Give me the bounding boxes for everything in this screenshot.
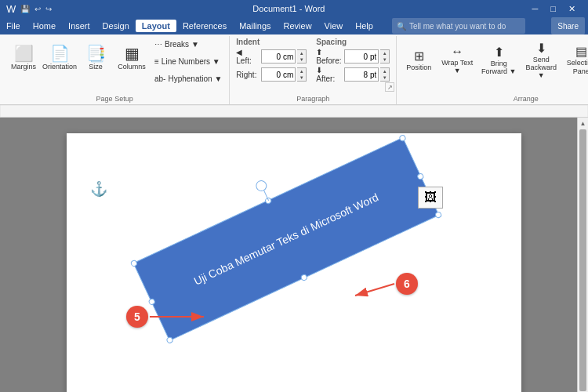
spacing-after-up[interactable]: ▲ xyxy=(380,68,389,74)
menu-insert[interactable]: Insert xyxy=(62,20,96,32)
handle-bottom-center[interactable] xyxy=(300,274,309,282)
rotate-handle[interactable] xyxy=(254,179,269,194)
hyphenation-icon: ab- xyxy=(154,74,165,83)
ribbon-group-paragraph: Indent ◀ Left: ▲ ▼ Right: ▲ ▼ xyxy=(230,36,397,104)
menu-layout[interactable]: Layout xyxy=(136,20,176,32)
scroll-thumb[interactable] xyxy=(579,129,586,391)
spacing-after-spin[interactable]: ▲ ▼ xyxy=(380,67,390,82)
size-icon: 📑 xyxy=(86,45,106,61)
title-bar-left: W 💾 ↩ ↪ xyxy=(6,3,52,15)
handle-top-left[interactable] xyxy=(130,260,139,268)
position-button[interactable]: ⊞ Position xyxy=(401,38,436,82)
indent-right-row: Right: ▲ ▼ xyxy=(236,67,307,82)
menu-references[interactable]: References xyxy=(176,20,233,32)
menu-design[interactable]: Design xyxy=(96,20,136,32)
menu-review[interactable]: Review xyxy=(278,20,318,32)
spacing-before-input[interactable] xyxy=(344,49,379,64)
orientation-button[interactable]: 📄 Orientation xyxy=(42,36,77,80)
indent-left-up[interactable]: ▲ xyxy=(297,50,306,56)
spacing-before-up[interactable]: ▲ xyxy=(380,50,389,56)
paragraph-expand-button[interactable]: ↗ xyxy=(385,82,394,92)
word-icon: W xyxy=(6,3,16,15)
textbox-container[interactable]: Uji Coba Memutar Teks di Microsoft Word xyxy=(133,137,440,341)
handle-bottom-right[interactable] xyxy=(434,211,443,220)
maximize-button[interactable]: □ xyxy=(544,4,562,14)
ruler-horizontal xyxy=(0,105,588,118)
quick-access-undo[interactable]: ↩ xyxy=(34,5,41,13)
textbox-text: Uji Coba Memutar Teks di Microsoft Word xyxy=(192,191,380,287)
svg-line-4 xyxy=(355,284,394,296)
menu-file[interactable]: File xyxy=(0,20,27,32)
breaks-icon: ⋯ xyxy=(154,40,162,49)
menu-mailings[interactable]: Mailings xyxy=(233,20,277,32)
margins-icon: ⬜ xyxy=(14,45,34,61)
orientation-icon: 📄 xyxy=(50,45,70,61)
size-button[interactable]: 📑 Size xyxy=(78,36,113,80)
spacing-label: Spacing xyxy=(316,38,390,46)
position-icon: ⊞ xyxy=(414,49,424,64)
columns-button[interactable]: ▦ Columns xyxy=(114,36,149,80)
quick-access-redo[interactable]: ↪ xyxy=(45,5,52,13)
margins-button[interactable]: ⬜ Margins xyxy=(6,36,41,80)
send-backward-button[interactable]: ⬇ Send Backward ▼ xyxy=(521,38,561,82)
indent-right-input[interactable] xyxy=(261,67,296,82)
document-area: ⚓ 🖼 Uji Coba Memutar Teks di Microsoft W… xyxy=(0,118,588,392)
menu-bar: File Home Insert Design Layout Reference… xyxy=(0,17,588,34)
handle-middle-left[interactable] xyxy=(147,298,156,307)
handle-bottom-left[interactable] xyxy=(165,336,174,344)
search-icon: 🔍 xyxy=(397,22,406,31)
handle-middle-right[interactable] xyxy=(416,172,425,181)
line-numbers-icon: ≡ xyxy=(154,57,159,66)
scroll-up-button[interactable]: ▲ xyxy=(578,118,588,129)
indent-left-spin[interactable]: ▲ ▼ xyxy=(297,49,307,64)
spacing-before-label: ⬆ Before: xyxy=(316,48,343,65)
spacing-before-row: ⬆ Before: ▲ ▼ xyxy=(316,49,390,64)
wrap-text-button[interactable]: ↔ Wrap Text ▼ xyxy=(437,38,477,82)
arrange-label: Arrange xyxy=(397,95,588,103)
indent-left-down[interactable]: ▼ xyxy=(297,56,306,63)
spacing-before-down[interactable]: ▼ xyxy=(380,56,389,63)
bring-forward-icon: ⬆ xyxy=(494,45,504,60)
spacing-after-down[interactable]: ▼ xyxy=(380,74,389,81)
image-placeholder-icon: 🖼 xyxy=(418,187,443,209)
indent-right-down[interactable]: ▼ xyxy=(297,74,306,81)
ribbon: ⬜ Margins 📄 Orientation 📑 Size ▦ Columns… xyxy=(0,34,588,105)
close-button[interactable]: ✕ xyxy=(562,4,582,14)
menu-view[interactable]: View xyxy=(318,20,350,32)
indent-right-up[interactable]: ▲ xyxy=(297,68,306,74)
send-backward-icon: ⬇ xyxy=(536,41,546,56)
badge-6: 6 xyxy=(396,273,418,295)
document-page: ⚓ 🖼 Uji Coba Memutar Teks di Microsoft W… xyxy=(67,133,521,392)
selection-pane-icon: ▤ xyxy=(575,44,587,59)
svg-rect-0 xyxy=(0,105,588,118)
window-controls: ─ □ ✕ xyxy=(526,4,582,14)
tell-me-text: Tell me what you want to do xyxy=(409,22,506,31)
tell-me-box[interactable]: 🔍 Tell me what you want to do xyxy=(392,18,525,34)
title-text: Document1 - Word xyxy=(252,4,325,13)
columns-icon: ▦ xyxy=(125,45,140,61)
page-setup-label: Page Setup xyxy=(0,95,229,103)
anchor-icon: ⚓ xyxy=(90,180,107,198)
minimize-button[interactable]: ─ xyxy=(526,4,545,14)
hyphenation-button[interactable]: ab- Hyphenation ▼ xyxy=(151,71,226,86)
ribbon-group-arrange: ⊞ Position ↔ Wrap Text ▼ ⬆ Bring Forward… xyxy=(397,36,588,104)
breaks-button[interactable]: ⋯ Breaks ▼ xyxy=(151,36,226,52)
indent-left-input[interactable] xyxy=(261,49,296,64)
spacing-before-spin[interactable]: ▲ ▼ xyxy=(380,49,390,64)
scrollbar-vertical[interactable]: ▲ ▼ xyxy=(577,118,588,392)
share-button[interactable]: Share xyxy=(551,17,585,34)
indent-right-label: Right: xyxy=(236,71,260,79)
menu-home[interactable]: Home xyxy=(27,20,62,32)
ribbon-group-page-setup: ⬜ Margins 📄 Orientation 📑 Size ▦ Columns… xyxy=(0,36,230,104)
selection-pane-button[interactable]: ▤ Selection Pane xyxy=(563,38,588,82)
line-numbers-button[interactable]: ≡ Line Numbers ▼ xyxy=(151,53,226,69)
menu-help[interactable]: Help xyxy=(349,20,379,32)
handle-top-right[interactable] xyxy=(398,134,407,143)
spacing-after-input[interactable] xyxy=(344,67,379,82)
indent-right-spin[interactable]: ▲ ▼ xyxy=(297,67,307,82)
badge-5: 5 xyxy=(126,306,148,328)
textbox[interactable]: Uji Coba Memutar Teks di Microsoft Word xyxy=(133,137,440,341)
bring-forward-button[interactable]: ⬆ Bring Forward ▼ xyxy=(478,38,519,82)
indent-left-label: ◀ Left: xyxy=(236,48,260,65)
quick-access-save[interactable]: 💾 xyxy=(20,5,30,13)
